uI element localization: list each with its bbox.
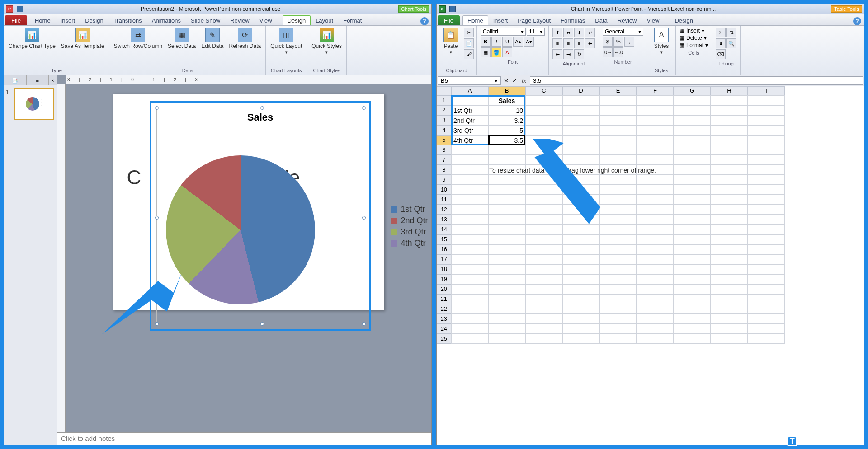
cell[interactable] [637, 264, 674, 274]
tab-review[interactable]: Review [613, 15, 642, 25]
cell[interactable] [637, 135, 674, 145]
cell[interactable] [637, 334, 674, 344]
cell[interactable]: Sales [488, 95, 525, 105]
cell[interactable] [451, 314, 488, 324]
cell[interactable]: 2nd Qtr [451, 115, 488, 125]
orientation-button[interactable]: ↻ [574, 49, 584, 59]
save-icon[interactable] [17, 6, 23, 12]
cell[interactable] [637, 175, 674, 185]
row-header[interactable]: 12 [437, 205, 451, 215]
cell[interactable] [451, 264, 488, 274]
cell[interactable] [637, 324, 674, 334]
cell[interactable] [488, 224, 525, 234]
cell[interactable] [488, 195, 525, 205]
cell[interactable] [488, 215, 525, 224]
cell[interactable]: 10 [488, 105, 525, 115]
fill-button[interactable]: ⬇ [716, 38, 726, 48]
cell[interactable] [711, 304, 748, 314]
cell[interactable] [748, 185, 785, 195]
cell[interactable] [562, 234, 599, 244]
chart-tools-format-tab[interactable]: Format [338, 15, 367, 25]
copy-button[interactable]: 📄 [464, 38, 474, 48]
quick-styles-button[interactable]: 📊Quick Styles▾ [310, 27, 344, 56]
cell[interactable] [711, 215, 748, 224]
row-header[interactable]: 2 [437, 105, 451, 115]
cell[interactable] [562, 254, 599, 264]
cancel-icon[interactable]: ✕ [502, 77, 510, 84]
cell[interactable] [748, 195, 785, 205]
align-center-button[interactable]: ≡ [563, 38, 573, 48]
cut-button[interactable]: ✂ [464, 28, 474, 37]
row-header[interactable]: 22 [437, 304, 451, 314]
cell[interactable] [711, 244, 748, 254]
cell[interactable] [674, 334, 711, 344]
font-size-combo[interactable]: 11▾ [527, 28, 545, 36]
cell[interactable] [451, 185, 488, 195]
cell[interactable] [674, 205, 711, 215]
cell[interactable] [451, 334, 488, 344]
cell[interactable] [525, 264, 562, 274]
cell[interactable] [674, 155, 711, 165]
row-header[interactable]: 23 [437, 314, 451, 324]
cell[interactable] [525, 105, 562, 115]
row-header[interactable]: 16 [437, 244, 451, 254]
cell[interactable] [637, 205, 674, 215]
underline-button[interactable]: U [502, 37, 512, 47]
cell[interactable] [599, 264, 637, 274]
row-header[interactable]: 13 [437, 215, 451, 224]
cell[interactable] [748, 145, 785, 155]
enter-icon[interactable]: ✓ [510, 77, 519, 84]
slide-canvas[interactable]: C le Sales [66, 84, 431, 432]
merge-button[interactable]: ⬌ [585, 38, 595, 48]
formula-bar[interactable]: 3.5 [530, 76, 863, 85]
select-data-button[interactable]: ▦Select Data [166, 27, 198, 50]
row-header[interactable]: 6 [437, 145, 451, 155]
number-format-combo[interactable]: General▾ [603, 28, 643, 36]
increase-font-button[interactable]: A▴ [513, 37, 523, 47]
resize-handle[interactable] [155, 216, 159, 220]
cell[interactable] [451, 145, 488, 155]
increase-decimal-button[interactable]: .0→ [603, 47, 613, 57]
percent-button[interactable]: % [613, 37, 623, 47]
cell[interactable] [525, 244, 562, 254]
tab-view[interactable]: View [255, 15, 277, 25]
row-header[interactable]: 5 [437, 135, 451, 145]
cell[interactable] [711, 135, 748, 145]
cell[interactable] [748, 274, 785, 284]
cell[interactable] [748, 294, 785, 304]
cell[interactable] [599, 314, 637, 324]
cell[interactable] [488, 264, 525, 274]
cell[interactable] [488, 334, 525, 344]
cell[interactable] [711, 294, 748, 304]
cell[interactable] [451, 274, 488, 284]
row-header[interactable]: 20 [437, 284, 451, 294]
grid-body[interactable]: To resize chart data range, drag lower r… [437, 95, 864, 445]
cell[interactable] [748, 155, 785, 165]
italic-button[interactable]: I [491, 37, 501, 47]
cell[interactable] [711, 234, 748, 244]
notes-pane[interactable]: Click to add notes [57, 432, 431, 445]
col-header-d[interactable]: D [562, 86, 599, 95]
row-header[interactable]: 7 [437, 155, 451, 165]
cell[interactable] [525, 284, 562, 294]
cell[interactable] [599, 294, 637, 304]
cell[interactable] [599, 284, 637, 294]
cell[interactable] [599, 324, 637, 334]
cell[interactable] [599, 234, 637, 244]
cell[interactable] [488, 145, 525, 155]
cell[interactable] [637, 224, 674, 234]
cell[interactable] [562, 244, 599, 254]
row-header[interactable]: 17 [437, 254, 451, 264]
cell[interactable] [525, 334, 562, 344]
col-header-i[interactable]: I [748, 86, 785, 95]
tab-design[interactable]: Design [80, 15, 108, 25]
cell[interactable] [488, 175, 525, 185]
row-header[interactable]: 19 [437, 274, 451, 284]
cell[interactable] [525, 294, 562, 304]
row-header[interactable]: 10 [437, 185, 451, 195]
cell[interactable] [711, 105, 748, 115]
cell[interactable] [525, 125, 562, 135]
cell[interactable] [674, 274, 711, 284]
cell[interactable] [637, 215, 674, 224]
close-panel-icon[interactable]: × [49, 75, 57, 85]
